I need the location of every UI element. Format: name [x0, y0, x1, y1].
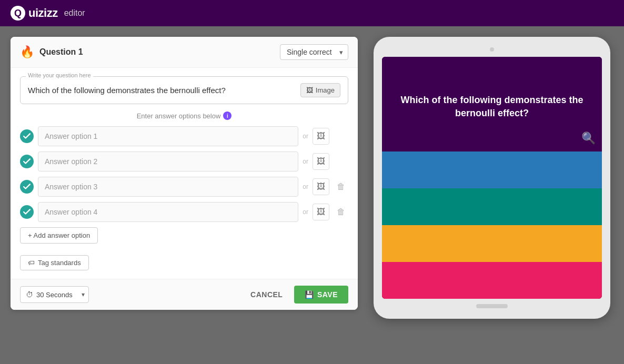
- answer-option-row: Answer option 2 or 🖼: [20, 151, 348, 171]
- add-answer-wrap: + Add answer option: [20, 227, 348, 250]
- editor-body: Write your question here Which of the fo…: [11, 68, 358, 279]
- checkmark-icon: [23, 158, 31, 165]
- tag-standards-label: Tag standards: [38, 259, 81, 267]
- cancel-button[interactable]: CANCEL: [244, 286, 289, 303]
- topnav: Q uizizz editor: [0, 0, 624, 26]
- answer-option-row: Answer option 4 or 🖼 🗑: [20, 202, 348, 222]
- tablet-screen: Which of the following demonstrates the …: [382, 57, 602, 299]
- tablet-answer-block[interactable]: [382, 151, 602, 188]
- add-answer-button[interactable]: + Add answer option: [20, 227, 98, 244]
- answer-input[interactable]: Answer option 1: [38, 126, 298, 146]
- editor-panel: 🔥 Question 1 Single correct Write your q…: [11, 37, 358, 310]
- editor-label: editor: [64, 8, 85, 18]
- timer-button[interactable]: ⏱ 30 Seconds: [20, 286, 89, 303]
- tablet-question-text: Which of the following demonstrates the …: [392, 94, 591, 120]
- question-type-dropdown-wrap[interactable]: Single correct: [280, 44, 348, 60]
- question-input-wrap[interactable]: Write your question here Which of the fo…: [20, 76, 348, 104]
- tablet-notch: [490, 47, 494, 52]
- logo-text: uizizz: [28, 6, 58, 20]
- tablet-answer-block[interactable]: [382, 225, 602, 262]
- answer-image-btn[interactable]: 🖼: [313, 204, 329, 220]
- or-text: or: [303, 158, 308, 165]
- answer-check-circle[interactable]: [20, 180, 34, 194]
- answer-option-row: Answer option 1 or 🖼: [20, 126, 348, 146]
- question-text[interactable]: Which of the following demonstrates the …: [28, 86, 300, 95]
- answer-delete-btn[interactable]: 🗑: [334, 179, 348, 194]
- answer-input[interactable]: Answer option 3: [38, 177, 298, 197]
- question-input-label: Write your question here: [26, 72, 93, 78]
- answer-image-btn[interactable]: 🖼: [313, 128, 329, 145]
- answer-delete-btn[interactable]: 🗑: [334, 205, 348, 219]
- save-button[interactable]: 💾 SAVE: [294, 286, 348, 304]
- editor-header: 🔥 Question 1 Single correct: [11, 37, 358, 68]
- timer-icon: ⏱: [26, 290, 33, 299]
- zoom-icon[interactable]: 🔍: [581, 132, 596, 145]
- answer-check-circle[interactable]: [20, 205, 34, 219]
- answer-input[interactable]: Answer option 2: [38, 151, 298, 171]
- editor-footer: ⏱ 30 Seconds CANCEL 💾 SAVE: [11, 279, 358, 310]
- tablet-question-area: Which of the following demonstrates the …: [382, 57, 602, 151]
- answer-hint: Enter answer options below i: [20, 112, 348, 120]
- question-label: Question 1: [39, 47, 83, 57]
- logo-q-icon: Q: [11, 6, 25, 21]
- tablet-preview: Which of the following demonstrates the …: [374, 37, 610, 319]
- image-button[interactable]: 🖼 Image: [300, 83, 340, 97]
- or-text: or: [303, 208, 308, 216]
- question-type-select[interactable]: Single correct: [280, 44, 348, 60]
- hint-info-icon: i: [223, 112, 232, 120]
- or-text: or: [303, 183, 308, 190]
- checkmark-icon: [23, 208, 31, 216]
- tablet-answers-container: [382, 151, 602, 299]
- save-icon: 💾: [305, 290, 314, 299]
- tag-icon: 🏷: [28, 259, 35, 267]
- question-emoji-icon: 🔥: [20, 45, 34, 59]
- or-text: or: [303, 133, 308, 140]
- answer-check-circle[interactable]: [20, 129, 34, 143]
- timer-dropdown-wrap[interactable]: ⏱ 30 Seconds: [20, 286, 89, 303]
- tablet-frame: Which of the following demonstrates the …: [374, 37, 610, 319]
- footer-actions: CANCEL 💾 SAVE: [244, 286, 348, 304]
- image-icon: 🖼: [306, 86, 313, 94]
- checkmark-icon: [23, 183, 31, 190]
- tablet-home-bar: [476, 304, 508, 308]
- tablet-answer-block[interactable]: [382, 262, 602, 299]
- answer-options-container: Answer option 1 or 🖼 Answer option 2 or …: [20, 126, 348, 222]
- main-layout: 🔥 Question 1 Single correct Write your q…: [0, 26, 624, 364]
- answer-hint-text: Enter answer options below: [137, 112, 221, 120]
- answer-image-btn[interactable]: 🖼: [313, 178, 329, 195]
- tag-standards-wrap: 🏷 Tag standards: [20, 255, 348, 270]
- answer-image-btn[interactable]: 🖼: [313, 153, 329, 170]
- answer-option-row: Answer option 3 or 🖼 🗑: [20, 177, 348, 197]
- timer-label: 30 Seconds: [36, 291, 73, 299]
- checkmark-icon: [23, 133, 31, 140]
- image-btn-label: Image: [316, 86, 335, 94]
- question-input-row: Which of the following demonstrates the …: [28, 83, 340, 97]
- question-title-left: 🔥 Question 1: [20, 45, 83, 59]
- tablet-answer-block[interactable]: [382, 188, 602, 225]
- tag-standards-button[interactable]: 🏷 Tag standards: [20, 255, 89, 270]
- answer-check-circle[interactable]: [20, 155, 34, 168]
- answer-input[interactable]: Answer option 4: [38, 202, 298, 222]
- save-label: SAVE: [317, 290, 338, 299]
